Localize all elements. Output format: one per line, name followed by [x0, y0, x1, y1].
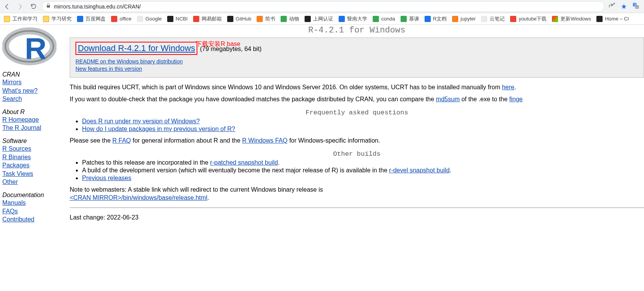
bookmark-label: 云笔记 — [490, 15, 505, 22]
reload-button[interactable] — [29, 2, 38, 11]
bookmark-item[interactable]: office — [111, 16, 132, 22]
share-icon[interactable] — [608, 2, 615, 11]
bookmark-item[interactable]: conda — [373, 16, 395, 22]
bookmark-label: office — [120, 16, 132, 22]
bookmark-label: 暨南大学 — [347, 15, 367, 22]
faq-paragraph: Please see the R FAQ for general informa… — [70, 136, 644, 145]
svg-rect-0 — [47, 5, 50, 8]
forward-button[interactable] — [15, 2, 25, 11]
here-link[interactable]: here — [502, 84, 514, 90]
bookmark-item[interactable]: NCBI — [167, 16, 188, 22]
sidebar-link-other[interactable]: Other — [2, 178, 67, 186]
download-link[interactable]: Download R-4.2.1 for Windows — [78, 43, 195, 53]
bookmark-icon — [281, 16, 287, 22]
bookmark-item[interactable]: GitHub — [227, 16, 251, 22]
fingerprint-link[interactable]: finge — [509, 96, 523, 102]
sidebar-heading-cran: CRAN — [2, 71, 67, 78]
other-builds-list: Patches to this release are incorporated… — [82, 159, 644, 182]
sidebar-link-mirrors[interactable]: Mirrors — [2, 78, 67, 87]
bookmark-item[interactable]: 更新Windows — [552, 15, 591, 22]
bookmark-icon — [401, 16, 407, 22]
bookmarks-bar: 工作和学习学习研究百度网盘officeGoogleNCBI网易邮箱GitHub简… — [0, 13, 644, 25]
sidebar-link-faqs[interactable]: FAQs — [2, 207, 67, 216]
sidebar-link-journal[interactable]: The R Journal — [2, 124, 67, 132]
bookmark-item[interactable]: 动物 — [281, 15, 299, 22]
bookmark-item[interactable]: R文档 — [425, 15, 447, 22]
last-change: Last change: 2022-06-23 — [70, 213, 644, 222]
bookmark-label: 简书 — [265, 15, 275, 22]
bookmark-label: GitHub — [236, 16, 251, 22]
bookmark-icon — [373, 16, 379, 22]
bookmark-item[interactable]: 上网认证 — [305, 15, 333, 22]
bookmark-icon — [339, 16, 345, 22]
bookmark-item[interactable]: 工作和学习 — [4, 15, 38, 22]
annotation-rect: Download R-4.2.1 for Windows — [75, 42, 197, 55]
bookmark-item[interactable]: 简书 — [257, 15, 275, 22]
ucrt-paragraph: This build requires UCRT, which is part … — [70, 83, 644, 92]
sidebar-link-binaries[interactable]: R Binaries — [2, 153, 67, 162]
newfeatures-link[interactable]: New features in this version — [75, 65, 638, 73]
bookmark-item[interactable]: Home – Cl — [596, 16, 629, 22]
r-windows-faq-link[interactable]: R Windows FAQ — [242, 137, 288, 144]
list-item: A build of the development version (whic… — [82, 167, 644, 174]
faq-link-versions[interactable]: Does R run under my version of Windows? — [82, 118, 200, 124]
bookmark-label: youtube下载 — [519, 15, 546, 22]
bookmark-icon — [167, 16, 173, 22]
bookmark-icon — [227, 16, 233, 22]
readme-link[interactable]: README on the Windows binary distributio… — [75, 58, 638, 65]
r-patched-link[interactable]: r-patched snapshot build — [210, 159, 278, 166]
bookmark-icon — [510, 16, 516, 22]
bookmark-icon — [137, 16, 143, 22]
bookmark-item[interactable]: 百度网盘 — [77, 15, 106, 22]
faq-heading: Frequently asked questions — [70, 109, 644, 116]
r-devel-link[interactable]: r-devel snapshot build — [389, 167, 450, 174]
bookmark-item[interactable]: 网易邮箱 — [193, 15, 222, 22]
bookmark-item[interactable]: 暨南大学 — [339, 15, 367, 22]
previous-releases-link[interactable]: Previous releases — [82, 175, 131, 181]
svg-text:文: 文 — [634, 3, 636, 6]
bookmark-icon — [4, 16, 10, 22]
back-button[interactable] — [2, 2, 12, 11]
bookmark-label: 网易邮箱 — [202, 15, 222, 22]
sidebar-link-packages[interactable]: Packages — [2, 161, 67, 170]
divider — [70, 208, 644, 208]
bookmark-item[interactable]: Google — [137, 16, 162, 22]
translate-icon[interactable]: 文A — [632, 2, 639, 11]
bookmark-label: conda — [381, 16, 395, 22]
bookmark-item[interactable]: 学习研究 — [43, 15, 72, 22]
bookmark-item[interactable]: jupyter — [452, 16, 476, 22]
svg-text:A: A — [636, 6, 638, 8]
bookmark-item[interactable]: 慕课 — [401, 15, 419, 22]
other-builds-heading: Other builds — [70, 150, 644, 158]
sidebar-link-manuals[interactable]: Manuals — [2, 199, 67, 207]
md5sum-link[interactable]: md5sum — [436, 96, 459, 102]
sidebar-heading-software: Software — [2, 138, 67, 145]
bookmark-star-icon[interactable]: ★ — [621, 2, 627, 11]
bookmark-item[interactable]: 云笔记 — [481, 15, 505, 22]
sidebar-link-whatsnew[interactable]: What's new? — [2, 87, 67, 95]
sidebar-link-taskviews[interactable]: Task Views — [2, 170, 67, 178]
lock-icon — [46, 3, 51, 10]
sidebar-link-sources[interactable]: R Sources — [2, 145, 67, 153]
stable-link[interactable]: <CRAN MIRROR>/bin/windows/base/release.h… — [70, 194, 207, 201]
bookmark-label: Home – Cl — [605, 16, 629, 22]
bookmark-icon — [552, 16, 558, 22]
bookmark-item[interactable]: youtube下载 — [510, 15, 546, 22]
bookmark-label: 工作和学习 — [12, 15, 38, 22]
sidebar-link-contributed[interactable]: Contributed — [2, 215, 67, 224]
r-faq-link[interactable]: R FAQ — [112, 137, 131, 144]
sidebar-link-homepage[interactable]: R Homepage — [2, 116, 67, 124]
url-text: mirrors.tuna.tsinghua.edu.cn/CRAN/ — [54, 3, 141, 10]
faq-link-update-packages[interactable]: How do I update packages in my previous … — [82, 126, 235, 132]
bookmark-label: 学习研究 — [51, 15, 72, 22]
bookmark-label: 百度网盘 — [86, 15, 106, 22]
bookmark-label: jupyter — [461, 16, 476, 22]
bookmark-label: R文档 — [433, 15, 447, 22]
page-title: R-4.2.1 for Windows — [70, 26, 644, 35]
main-content: R-4.2.1 for Windows 下载安装R base Download … — [70, 25, 644, 225]
bookmark-icon — [193, 16, 199, 22]
sidebar-link-search[interactable]: Search — [2, 95, 67, 103]
bookmark-icon — [77, 16, 83, 22]
bookmark-icon — [481, 16, 487, 22]
address-bar[interactable]: mirrors.tuna.tsinghua.edu.cn/CRAN/ — [42, 1, 605, 12]
